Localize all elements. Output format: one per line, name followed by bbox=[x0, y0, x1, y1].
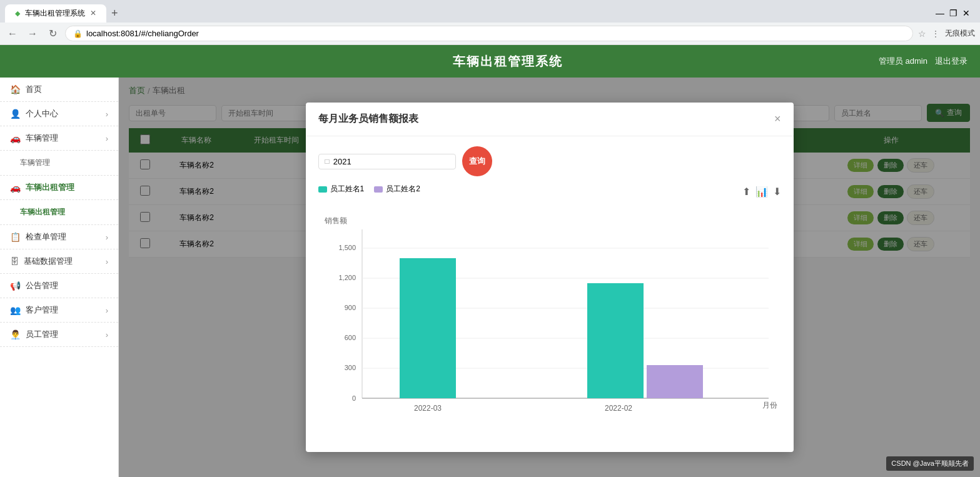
x-axis-label: 月份 bbox=[762, 401, 777, 409]
tab-title: 车辆出租管理系统 bbox=[25, 8, 85, 19]
calendar-icon-small: □ bbox=[325, 157, 330, 166]
modal-body: □ 查询 员工姓名1 bbox=[306, 136, 794, 452]
database-icon: 🗄 bbox=[10, 256, 19, 266]
sidebar-vehicle-submenu: 车辆管理 bbox=[0, 151, 118, 176]
x-label-2022-03: 2022-03 bbox=[413, 404, 441, 413]
tab-close-icon[interactable]: ✕ bbox=[90, 9, 96, 18]
user-label: 管理员 admin bbox=[879, 56, 927, 67]
svg-text:900: 900 bbox=[344, 304, 355, 311]
header-user-area: 管理员 admin 退出登录 bbox=[879, 56, 967, 67]
browser-chrome: ◆ 车辆出租管理系统 ✕ + — ❐ ✕ ← → ↻ 🔒 localhost:8… bbox=[0, 0, 980, 45]
sidebar-item-personal[interactable]: 👤 个人中心 › bbox=[0, 102, 118, 126]
sidebar-item-inspection[interactable]: 📋 检查单管理 › bbox=[0, 225, 118, 249]
sidebar-rental-submenu: 车辆出租管理 bbox=[0, 200, 118, 225]
new-tab-icon[interactable]: + bbox=[111, 7, 118, 20]
legend-item-emp1: 员工姓名1 bbox=[318, 184, 365, 194]
svg-text:600: 600 bbox=[344, 334, 355, 341]
no-sync-icon[interactable]: 无痕模式 bbox=[945, 28, 975, 39]
legend-label-emp1: 员工姓名1 bbox=[330, 184, 365, 194]
query-button[interactable]: 查询 bbox=[462, 146, 492, 176]
sidebar-employee-label: 员工管理 bbox=[26, 329, 58, 340]
modal-title: 每月业务员销售额报表 bbox=[318, 113, 418, 126]
sidebar-customer-label: 客户管理 bbox=[26, 304, 58, 316]
app-header: 车辆出租管理系统 管理员 admin 退出登录 bbox=[0, 45, 980, 78]
app-container: 车辆出租管理系统 管理员 admin 退出登录 🏠 首页 👤 个人中心 › 🚗 … bbox=[0, 45, 980, 477]
chart-container: 销售额 0 300 bbox=[318, 204, 781, 442]
browser-controls: ← → ↻ 🔒 localhost:8081/#/cheliangOrder ☆… bbox=[0, 23, 980, 45]
sidebar-group-vehicle: 🚗 车辆管理 › 车辆管理 bbox=[0, 126, 118, 176]
year-input[interactable] bbox=[333, 157, 449, 166]
chart-action-icons: ⬆ 📊 ⬇ bbox=[742, 186, 781, 198]
chart-legend-row: 员工姓名1 员工姓名2 ⬆ 📊 ⬇ bbox=[318, 184, 781, 199]
sidebar-item-employee[interactable]: 👨‍💼 员工管理 › bbox=[0, 323, 118, 347]
sidebar-basedata-label: 基础数据管理 bbox=[24, 256, 73, 267]
bar-chart-svg: 销售额 0 300 bbox=[318, 204, 781, 442]
active-tab[interactable]: ◆ 车辆出租管理系统 ✕ bbox=[5, 4, 106, 23]
sidebar-item-vehicle-mgmt[interactable]: 🚗 车辆管理 › bbox=[0, 126, 118, 151]
download-icon[interactable]: ⬇ bbox=[773, 186, 781, 198]
bar-2022-02-emp1 bbox=[587, 283, 644, 398]
modal-header: 每月业务员销售额报表 × bbox=[306, 103, 794, 136]
arrow-icon-employee: › bbox=[106, 330, 108, 339]
sidebar-item-announcement[interactable]: 📢 公告管理 bbox=[0, 274, 118, 298]
bookmark-star-icon[interactable]: ☆ bbox=[918, 29, 926, 39]
legend-color-emp2 bbox=[374, 186, 383, 193]
home-icon: 🏠 bbox=[10, 84, 21, 94]
lock-icon: 🔒 bbox=[73, 29, 83, 38]
sidebar-inspection-label: 检查单管理 bbox=[26, 231, 66, 243]
arrow-icon-inspection: › bbox=[106, 233, 108, 242]
y-axis-label: 销售额 bbox=[324, 216, 347, 225]
customer-icon: 👥 bbox=[10, 305, 21, 315]
app-body: 🏠 首页 👤 个人中心 › 🚗 车辆管理 › 车辆管理 bbox=[0, 78, 980, 477]
browser-menu-icon[interactable]: ⋮ bbox=[931, 29, 940, 39]
sidebar-item-customer[interactable]: 👥 客户管理 › bbox=[0, 298, 118, 323]
sidebar-announcement-label: 公告管理 bbox=[26, 280, 58, 291]
csdn-watermark: CSDN @Java平顺颠先者 bbox=[886, 456, 974, 471]
upload-icon[interactable]: ⬆ bbox=[742, 186, 750, 198]
chart-legend: 员工姓名1 员工姓名2 bbox=[318, 184, 420, 194]
arrow-icon-vehicle: › bbox=[106, 134, 108, 143]
inspection-icon: 📋 bbox=[10, 232, 21, 242]
bar-chart-icon[interactable]: 📊 bbox=[755, 186, 768, 198]
minimize-icon[interactable]: — bbox=[936, 8, 944, 18]
sidebar-vehicle-label: 车辆管理 bbox=[26, 133, 58, 144]
logout-link[interactable]: 退出登录 bbox=[935, 56, 967, 67]
svg-text:1,500: 1,500 bbox=[338, 244, 356, 251]
restore-icon[interactable]: ❐ bbox=[949, 8, 957, 18]
address-bar[interactable]: 🔒 localhost:8081/#/cheliangOrder bbox=[65, 26, 913, 41]
rental-icon: 🚗 bbox=[10, 183, 21, 193]
back-button[interactable]: ← bbox=[5, 26, 20, 41]
vehicle-icon: 🚗 bbox=[10, 133, 21, 143]
arrow-icon-personal: › bbox=[106, 109, 108, 119]
sidebar-rental-label: 车辆出租管理 bbox=[26, 182, 74, 193]
employee-icon: 👨‍💼 bbox=[10, 329, 21, 339]
sidebar-sub-rental[interactable]: 车辆出租管理 bbox=[20, 204, 118, 221]
year-input-wrapper: □ bbox=[318, 154, 456, 169]
forward-button[interactable]: → bbox=[25, 26, 40, 41]
window-close-icon[interactable]: ✕ bbox=[962, 8, 970, 18]
svg-text:0: 0 bbox=[351, 394, 355, 402]
sidebar-item-base-data[interactable]: 🗄 基础数据管理 › bbox=[0, 249, 118, 274]
svg-text:300: 300 bbox=[344, 364, 355, 371]
reload-button[interactable]: ↻ bbox=[45, 26, 60, 41]
address-text: localhost:8081/#/cheliangOrder bbox=[86, 29, 199, 38]
x-label-2022-02: 2022-02 bbox=[604, 404, 632, 413]
arrow-icon-customer: › bbox=[106, 306, 108, 315]
tab-bar: ◆ 车辆出租管理系统 ✕ + — ❐ ✕ bbox=[0, 0, 980, 23]
legend-color-emp1 bbox=[318, 186, 327, 193]
bar-2022-02-emp2 bbox=[647, 365, 703, 398]
tab-favicon: ◆ bbox=[15, 9, 20, 18]
sidebar-home-label: 首页 bbox=[26, 84, 42, 95]
bar-2022-03-emp1 bbox=[400, 258, 456, 398]
legend-item-emp2: 员工姓名2 bbox=[374, 184, 420, 194]
sidebar-item-home[interactable]: 🏠 首页 bbox=[0, 78, 118, 102]
chart-controls: □ 查询 bbox=[318, 146, 781, 176]
app-title: 车辆出租管理系统 bbox=[453, 53, 563, 70]
modal-close-button[interactable]: × bbox=[774, 113, 781, 126]
sidebar-sub-vehicle[interactable]: 车辆管理 bbox=[20, 154, 118, 171]
announcement-icon: 📢 bbox=[10, 281, 21, 291]
sidebar-item-rental[interactable]: 🚗 车辆出租管理 bbox=[0, 176, 118, 200]
main-content: 首页 / 车辆出租 🗑 删除 📅 年度每月业务员 bbox=[119, 78, 980, 477]
modal-overlay[interactable]: 每月业务员销售额报表 × □ 查询 bbox=[119, 78, 980, 477]
report-modal: 每月业务员销售额报表 × □ 查询 bbox=[306, 103, 794, 452]
